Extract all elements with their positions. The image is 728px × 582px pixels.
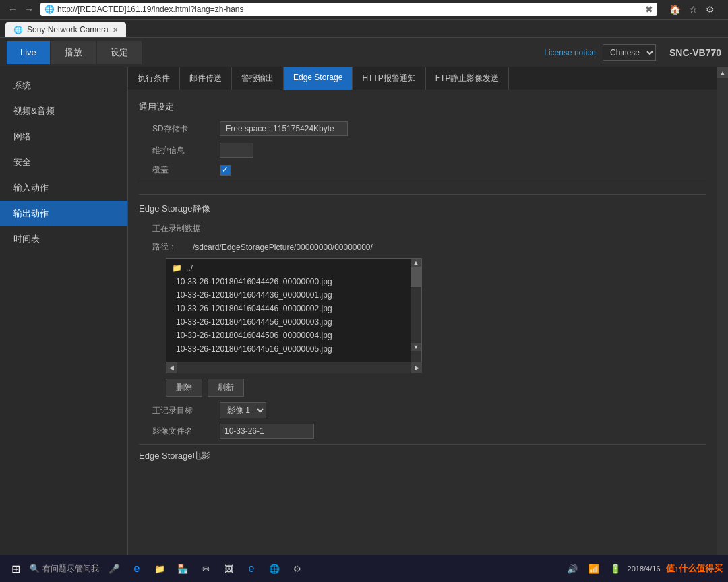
maintenance-label: 维护信息 xyxy=(152,145,220,156)
address-bar[interactable]: 🌐 http://[REDACTED]161.19/index.html?lan… xyxy=(40,3,657,16)
address-icon: 🌐 xyxy=(44,5,55,14)
content-area: 执行条件 邮件传送 警报输出 Edge Storage HTTP报警通知 FTP… xyxy=(128,67,717,567)
taskbar-icons: 🔊 📶 🔋 2018/4/16 值↑什么值得买 xyxy=(563,559,723,578)
file-item-2[interactable]: 10-33-26-120180416044446_00000002.jpg xyxy=(166,302,411,315)
file-item-4[interactable]: 10-33-26-120180416044506_00000004.jpg xyxy=(166,329,411,342)
file-browser: 📁 ../ 10-33-26-120180416044426_00000000.… xyxy=(166,258,422,362)
refresh-button[interactable]: ✖ xyxy=(645,4,653,15)
path-row: 路径： /sdcard/EdgeStoragePicture/00000000/… xyxy=(139,241,706,253)
recording-label: 正在录制数据 xyxy=(152,223,220,234)
record-target-select[interactable]: 影像 1 xyxy=(220,402,266,418)
taskbar-app-store[interactable]: 🏪 xyxy=(172,558,193,579)
file-item-1[interactable]: 10-33-26-120180416044436_00000001.jpg xyxy=(166,288,411,302)
sidebar-item-input-action[interactable]: 输入动作 xyxy=(0,175,127,201)
main-scroll-up[interactable]: ▲ xyxy=(717,67,728,78)
general-settings-title: 通用设定 xyxy=(139,101,706,113)
license-notice[interactable]: License notice xyxy=(544,48,596,57)
scrollbar-thumb[interactable] xyxy=(411,267,421,287)
folder-icon: 📁 xyxy=(172,263,182,273)
taskbar-app-edge[interactable]: e xyxy=(241,558,262,579)
taskbar-apps: 🎤 e 📁 🏪 ✉ 🖼 e 🌐 ⚙ xyxy=(103,558,308,579)
file-scrollbar[interactable]: ▲ ▼ xyxy=(411,259,421,362)
main-scrollbar[interactable]: ▲ ▼ xyxy=(717,67,728,567)
system-tray-icon-2[interactable]: 📶 xyxy=(584,559,603,578)
sd-card-label: SD存储卡 xyxy=(152,123,220,135)
tab-alarm-output[interactable]: 警报输出 xyxy=(232,67,284,90)
image-filename-label: 影像文件名 xyxy=(152,426,220,437)
horizontal-scrollbar[interactable]: ◀ ▶ xyxy=(166,362,422,373)
nav-arrows: ← → xyxy=(5,3,36,16)
delete-button[interactable]: 删除 xyxy=(166,379,202,397)
tab-edge-storage[interactable]: Edge Storage xyxy=(284,67,353,90)
section-divider-2 xyxy=(139,444,706,445)
settings-button[interactable]: ⚙ xyxy=(703,3,717,16)
refresh-button[interactable]: 刷新 xyxy=(208,379,244,397)
taskbar-app-photos[interactable]: 🖼 xyxy=(218,558,239,579)
file-name-2: 10-33-26-120180416044446_00000002.jpg xyxy=(176,304,332,313)
hscroll-track xyxy=(177,362,411,373)
star-button[interactable]: ☆ xyxy=(686,3,700,16)
address-text: http://[REDACTED]161.19/index.html?lang=… xyxy=(57,5,642,14)
file-item-parent[interactable]: 📁 ../ xyxy=(166,261,411,275)
main-layout: 系统 视频&音频 网络 安全 输入动作 输出动作 时间表 执行条件 邮件传送 警… xyxy=(0,67,728,567)
system-tray-icon-3[interactable]: 🔋 xyxy=(606,559,625,578)
scroll-down-button[interactable]: ▼ xyxy=(411,343,421,351)
action-buttons: 删除 刷新 xyxy=(166,379,706,397)
sd-card-row: SD存储卡 Free space : 115175424Kbyte xyxy=(139,121,706,136)
forward-button[interactable]: → xyxy=(22,3,36,16)
sidebar-item-schedule[interactable]: 时间表 xyxy=(0,226,127,252)
taskbar-search[interactable]: 🔍 有问题尽管问我 xyxy=(30,563,99,575)
maintenance-input[interactable] xyxy=(220,143,253,158)
file-item-0[interactable]: 10-33-26-120180416044426_00000000.jpg xyxy=(166,275,411,288)
taskbar-app-mail[interactable]: ✉ xyxy=(195,558,216,579)
taskbar-app-ie[interactable]: e xyxy=(126,558,148,579)
sidebar-item-security[interactable]: 安全 xyxy=(0,150,127,175)
tab-ftp[interactable]: FTP静止影像发送 xyxy=(426,67,510,90)
sidebar-item-system[interactable]: 系统 xyxy=(0,73,127,98)
system-tray-icon-1[interactable]: 🔊 xyxy=(563,559,582,578)
taskbar-app-explorer[interactable]: 📁 xyxy=(149,558,171,579)
start-button[interactable]: ⊞ xyxy=(5,558,26,579)
image-filename-row: 影像文件名 xyxy=(139,424,706,439)
cover-label: 覆盖 xyxy=(152,164,220,176)
browser-tab[interactable]: 🌐 Sony Network Camera ✕ xyxy=(5,22,126,37)
cover-row: 覆盖 xyxy=(139,164,706,176)
tab-http-alarm[interactable]: HTTP报警通知 xyxy=(353,67,425,90)
file-name-parent: ../ xyxy=(186,263,193,273)
app-tabs: Live 播放 设定 xyxy=(7,41,142,64)
tab-settings[interactable]: 设定 xyxy=(97,41,142,64)
taskbar-app-cortana[interactable]: 🎤 xyxy=(103,558,125,579)
search-text: 有问题尽管问我 xyxy=(42,563,99,575)
path-label: 路径： xyxy=(152,241,193,253)
tab-email[interactable]: 邮件传送 xyxy=(180,67,232,90)
recording-label-row: 正在录制数据 xyxy=(139,223,706,234)
browser-tab-bar: 🌐 Sony Network Camera ✕ xyxy=(0,20,728,37)
image-filename-input[interactable] xyxy=(220,424,314,439)
tab-playback[interactable]: 播放 xyxy=(51,41,96,64)
language-select[interactable]: Chinese xyxy=(603,44,656,61)
file-item-5[interactable]: 10-33-26-120180416044516_00000005.jpg xyxy=(166,342,411,356)
record-target-row: 正记录目标 影像 1 xyxy=(139,402,706,418)
tab-close-button[interactable]: ✕ xyxy=(113,26,118,34)
tab-execute-condition[interactable]: 执行条件 xyxy=(128,67,180,90)
sidebar-item-output-action[interactable]: 输出动作 xyxy=(0,201,127,226)
cover-checkbox[interactable] xyxy=(220,165,231,176)
sidebar-item-network[interactable]: 网络 xyxy=(0,124,127,150)
taskbar-app-extra[interactable]: ⚙ xyxy=(286,558,308,579)
scroll-up-button[interactable]: ▲ xyxy=(411,259,421,267)
file-name-4: 10-33-26-120180416044506_00000004.jpg xyxy=(176,331,332,340)
file-name-0: 10-33-26-120180416044426_00000000.jpg xyxy=(176,277,332,286)
taskbar-app-other[interactable]: 🌐 xyxy=(264,558,285,579)
sidebar-item-video-audio[interactable]: 视频&音频 xyxy=(0,98,127,124)
main-scroll-track xyxy=(717,78,728,556)
maintenance-row: 维护信息 xyxy=(139,143,706,158)
home-button[interactable]: 🏠 xyxy=(667,3,684,16)
file-item-3[interactable]: 10-33-26-120180416044456_00000003.jpg xyxy=(166,315,411,329)
edge-storage-still-title: Edge Storage静像 xyxy=(139,203,706,215)
sidebar: 系统 视频&音频 网络 安全 输入动作 输出动作 时间表 xyxy=(0,67,128,567)
hscroll-left-button[interactable]: ◀ xyxy=(166,362,177,373)
hscroll-right-button[interactable]: ▶ xyxy=(411,362,422,373)
edge-storage-still-section: Edge Storage静像 正在录制数据 路径： /sdcard/EdgeSt… xyxy=(139,194,706,462)
back-button[interactable]: ← xyxy=(5,3,20,16)
tab-live[interactable]: Live xyxy=(7,41,50,64)
